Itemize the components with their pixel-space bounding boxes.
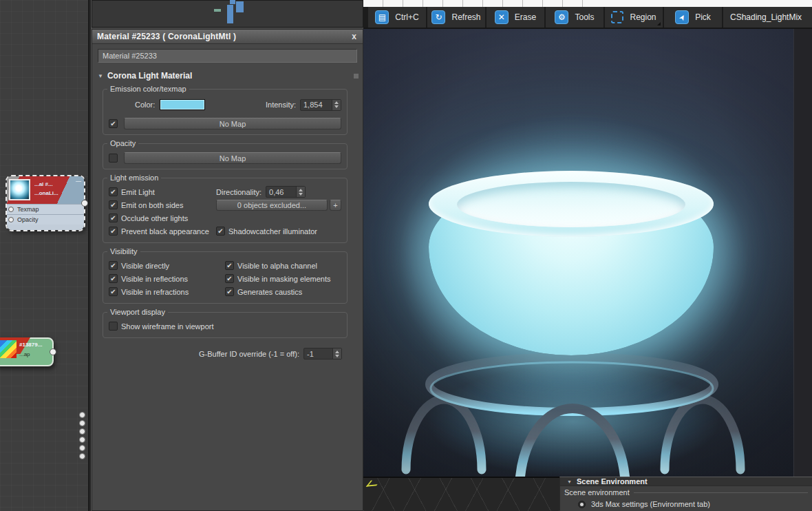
material-node-header[interactable]: ...al #... ...onaLi... — — [7, 176, 84, 204]
tools-button[interactable]: ⚙ Tools — [546, 7, 605, 28]
group-label: Light emission — [107, 174, 161, 182]
check-occlude-other-lights[interactable]: Occlude other lights — [109, 211, 216, 225]
check-emit-both-sides[interactable]: Emit on both sides — [109, 198, 216, 211]
checkbox-icon — [109, 187, 118, 196]
check-shadowcatcher-illuminator[interactable]: Shadowcatcher illuminator — [216, 225, 341, 238]
scene-environment-rollout[interactable]: ▼ Scene Environment — [560, 477, 812, 486]
checkbox-icon — [225, 287, 234, 296]
gear-icon: ⚙ — [555, 10, 568, 24]
viewport-grid[interactable] — [363, 477, 559, 511]
group-light-emission: Light emission Emit Light Directionality… — [103, 178, 348, 243]
spinner-arrows-icon[interactable] — [332, 100, 341, 110]
pick-button[interactable]: ➤ Pick — [664, 7, 723, 28]
vfb-toolbar: ▤ Ctrl+C ↻ Refresh ✕ Erase ⚙ Tools Regio… — [363, 7, 812, 29]
rollout-corona-light-material[interactable]: ▼ Corona Light Material — [98, 71, 359, 81]
render-channel-selector[interactable]: CShading_LightMix — [723, 7, 812, 28]
check-emit-light[interactable]: Emit Light — [109, 185, 216, 198]
emission-map-button[interactable]: No Map — [124, 118, 341, 129]
material-window-title: Material #25233 ( CoronaLightMtl ) — [97, 32, 236, 41]
material-node-subtitle: ...onaLi... — [34, 190, 58, 196]
spinner-arrows-icon[interactable] — [332, 348, 341, 359]
close-icon[interactable]: x — [350, 32, 358, 41]
directionality-value: 0,46 — [266, 188, 296, 196]
scene-environment-group: Scene environment — [560, 486, 812, 497]
node-output-socket[interactable] — [81, 200, 88, 207]
opacity-map-checkbox[interactable] — [109, 154, 118, 163]
parameter-panel-column: Material #25233 ( CoronaLightMtl ) x Mat… — [92, 0, 363, 511]
slate-material-editor-window: ...al #... ...onaLi... — Texmap Opacity … — [0, 0, 812, 511]
exclude-objects-button[interactable]: 0 objects excluded... — [216, 200, 328, 211]
map-node-title: #13879... — [19, 342, 42, 348]
check-visible-alpha-channel[interactable]: Visible to alpha channel — [225, 259, 341, 272]
region-icon — [611, 11, 623, 23]
group-label: Visibility — [107, 247, 140, 255]
node-output-socket[interactable] — [50, 348, 56, 355]
check-show-wireframe[interactable]: Show wireframe in viewport — [109, 320, 341, 333]
check-visible-directly[interactable]: Visible directly — [109, 259, 225, 272]
frame-buffer-margin — [793, 29, 812, 477]
navigator-minimap[interactable] — [92, 0, 363, 28]
group-emission: Emission color/texmap Color: Intensity: … — [103, 89, 348, 135]
emission-color-swatch[interactable] — [160, 99, 205, 110]
node-slot-texmap[interactable]: Texmap — [7, 204, 84, 214]
frame-buffer-area: ▤ Ctrl+C ↻ Refresh ✕ Erase ⚙ Tools Regio… — [363, 0, 812, 511]
check-prevent-black-appearance[interactable]: Prevent black appearance — [109, 225, 216, 238]
check-visible-in-reflections[interactable]: Visible in reflections — [109, 272, 225, 285]
opacity-map-button[interactable]: No Map — [124, 152, 341, 164]
intensity-spinner[interactable]: 1,854 — [300, 99, 341, 111]
emission-map-checkbox[interactable] — [109, 119, 118, 128]
radio-3dsmax-settings[interactable]: 3ds Max settings (Environment tab) — [560, 497, 812, 508]
node-slot-opacity[interactable]: Opacity — [7, 214, 84, 225]
minimap-node-marker — [214, 9, 221, 12]
slot-label: Opacity — [17, 216, 39, 223]
rollout-title: Scene Environment — [577, 478, 648, 486]
slot-label: Texmap — [17, 206, 39, 213]
group-opacity: Opacity No Map — [103, 143, 348, 169]
rendered-image[interactable] — [363, 29, 793, 477]
checkbox-icon — [109, 274, 118, 283]
corona-light-material-node[interactable]: ...al #... ...onaLi... — Texmap Opacity — [7, 176, 84, 230]
map-preview-thumbnail — [0, 340, 17, 358]
chevron-down-icon: ▼ — [98, 73, 103, 79]
render-vignette — [363, 29, 793, 477]
world-axis-icon — [366, 479, 381, 486]
material-name-field[interactable]: Material #25233 — [98, 49, 357, 63]
checkbox-icon — [109, 200, 118, 209]
node-graph-canvas[interactable]: ...al #... ...onaLi... — Texmap Opacity … — [0, 0, 88, 511]
exclude-add-button[interactable]: + — [330, 200, 341, 211]
spinner-arrows-icon[interactable] — [296, 187, 305, 197]
gbuffer-spinner[interactable]: -1 — [303, 348, 342, 359]
checkbox-icon — [225, 274, 234, 283]
checkbox-icon — [109, 227, 118, 236]
directionality-label: Directionality: — [216, 188, 261, 196]
group-label: Opacity — [107, 139, 138, 147]
map-node[interactable]: #13879... ...ap — [0, 337, 54, 366]
check-visible-in-refractions[interactable]: Visible in refractions — [109, 285, 225, 298]
socket-icon[interactable] — [8, 207, 14, 212]
copy-button[interactable]: ▤ Ctrl+C — [368, 7, 427, 28]
radio-icon — [578, 501, 586, 508]
check-visible-masking-elements[interactable]: Visible in masking elements — [225, 272, 341, 285]
intensity-label: Intensity: — [266, 101, 296, 109]
rollout-corner-icon — [354, 74, 359, 79]
gbuffer-value: -1 — [304, 350, 332, 358]
minimap-node-marker — [230, 0, 235, 4]
checkbox-icon — [109, 261, 118, 270]
check-generates-caustics[interactable]: Generates caustics — [225, 285, 341, 298]
region-button[interactable]: Region — [605, 7, 664, 28]
refresh-button[interactable]: ↻ Refresh — [427, 7, 487, 28]
node-minimize-icon[interactable]: — — [76, 178, 81, 184]
hidden-node-sockets[interactable] — [79, 412, 85, 461]
minimap-node-marker — [236, 1, 244, 12]
map-node-subtitle: ...ap — [19, 351, 30, 357]
directionality-spinner[interactable]: 0,46 — [266, 186, 306, 198]
toolbar-edge — [363, 7, 368, 28]
upper-toolbar-edge — [363, 0, 812, 7]
socket-icon[interactable] — [8, 217, 14, 222]
group-label: Emission color/texmap — [107, 85, 189, 93]
erase-button[interactable]: ✕ Erase — [487, 7, 546, 28]
gbuffer-label: G-Buffer ID override (-1 = off): — [199, 350, 299, 358]
gbuffer-row: G-Buffer ID override (-1 = off): -1 — [92, 348, 342, 359]
material-window-titlebar[interactable]: Material #25233 ( CoronaLightMtl ) x — [92, 30, 363, 44]
group-viewport-display: Viewport display Show wireframe in viewp… — [103, 312, 348, 338]
